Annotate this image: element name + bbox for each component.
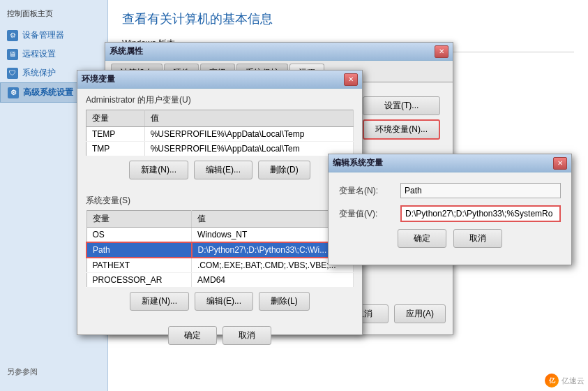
env-cancel-btn[interactable]: 取消 — [223, 326, 271, 345]
user-var-header-name: 变量 — [86, 110, 145, 127]
env-dialog-close-btn[interactable]: ✕ — [344, 73, 358, 86]
edit-dialog: 编辑系统变量 ✕ 变量名(N): 变量值(V): 确定 取消 — [328, 154, 572, 265]
edit-btns: 确定 取消 — [339, 229, 561, 248]
env-dialog: 环境变量 ✕ Administrator 的用户变量(U) 变量 值 TEMP … — [77, 70, 363, 335]
user-vars-buttons: 新建(N)... 编辑(E)... 删除(D) — [86, 156, 354, 184]
sys-props-apply-btn[interactable]: 应用(A) — [394, 304, 446, 323]
var-name-row: 变量名(N): — [339, 183, 561, 198]
watermark-logo: 亿 — [545, 374, 559, 388]
sidebar-item-device[interactable]: ⚙ 设备管理器 — [0, 26, 107, 45]
another-ref: 另参参阅 — [7, 367, 38, 377]
sys-new-btn[interactable]: 新建(N)... — [130, 292, 189, 311]
watermark: 亿 亿速云 — [545, 374, 585, 388]
var-name-input[interactable] — [400, 183, 561, 198]
edit-cancel-btn[interactable]: 取消 — [453, 229, 502, 248]
user-var-val-0: %USERPROFILE%\AppData\Local\Temp — [144, 127, 353, 142]
sys-edit-btn[interactable]: 编辑(E)... — [195, 292, 253, 311]
side-btn-group: 设置(T)... 环境变量(N)... — [363, 96, 440, 140]
env-dialog-titlebar: 环境变量 ✕ — [77, 71, 362, 89]
sys-props-titlebar: 系统属性 ✕ — [105, 43, 453, 61]
sys-vars-section: 系统变量(S) 变量 值 OS Windows_NT Path D:\Pytho… — [77, 189, 362, 320]
sys-props-close-btn[interactable]: ✕ — [435, 45, 448, 58]
table-row-selected[interactable]: Path D:\Python27\;D:\Python33\;C:\Wi... — [86, 242, 353, 258]
edit-dialog-close-btn[interactable]: ✕ — [553, 157, 567, 170]
var-value-row: 变量值(V): — [339, 205, 561, 222]
env-bottom-btns: 确定 取消 — [77, 326, 362, 345]
remote-icon: 🖥 — [7, 49, 18, 60]
user-del-btn[interactable]: 删除(D) — [258, 161, 310, 179]
env-vars-btn[interactable]: 环境变量(N)... — [363, 119, 440, 140]
sidebar-header: 控制面板主页 — [0, 6, 107, 22]
user-var-header-val: 值 — [144, 110, 353, 127]
table-row[interactable]: OS Windows_NT — [86, 228, 353, 243]
shield-icon: 🛡 — [7, 68, 18, 79]
watermark-text: 亿速云 — [561, 376, 585, 386]
env-ok-btn[interactable]: 确定 — [168, 326, 217, 345]
settings-btn[interactable]: 设置(T)... — [363, 96, 440, 115]
var-name-label: 变量名(N): — [339, 185, 395, 197]
advanced-icon: ⚙ — [8, 87, 19, 98]
edit-dialog-title: 编辑系统变量 — [333, 157, 553, 169]
sys-var-name-3: PROCESSOR_AR — [86, 273, 192, 288]
var-value-input[interactable] — [400, 205, 561, 222]
user-new-btn[interactable]: 新建(N)... — [129, 161, 188, 179]
device-icon: ⚙ — [7, 30, 18, 41]
table-row[interactable]: PATHEXT .COM;.EXE;.BAT;.CMD;.VBS;.VBE;..… — [86, 258, 353, 273]
user-vars-title: Administrator 的用户变量(U) — [86, 94, 354, 106]
edit-ok-btn[interactable]: 确定 — [398, 229, 446, 248]
sys-del-btn[interactable]: 删除(L) — [259, 292, 310, 311]
sys-var-name-2: PATHEXT — [86, 258, 192, 273]
sys-var-header-name: 变量 — [86, 211, 192, 228]
table-row[interactable]: TMP %USERPROFILE%\AppData\Local\Tem — [86, 142, 354, 156]
var-value-label: 变量值(V): — [339, 208, 395, 220]
sys-var-name-1: Path — [86, 242, 192, 258]
sys-vars-table: 变量 值 OS Windows_NT Path D:\Python27\;D:\… — [86, 210, 354, 288]
page-title: 查看有关计算机的基本信息 — [122, 10, 574, 27]
sidebar-item-remote[interactable]: 🖥 远程设置 — [0, 45, 107, 64]
sys-var-name-0: OS — [86, 228, 192, 243]
user-vars-table: 变量 值 TEMP %USERPROFILE%\AppData\Local\Te… — [86, 110, 354, 156]
user-var-name-0: TEMP — [86, 127, 145, 142]
user-vars-section: Administrator 的用户变量(U) 变量 值 TEMP %USERPR… — [77, 89, 362, 189]
sys-vars-title: 系统变量(S) — [86, 195, 354, 207]
edit-dialog-titlebar: 编辑系统变量 ✕ — [329, 154, 571, 172]
sys-vars-buttons: 新建(N)... 编辑(E)... 删除(L) — [86, 288, 354, 315]
sys-props-title: 系统属性 — [110, 45, 435, 57]
env-dialog-title: 环境变量 — [82, 73, 344, 85]
user-edit-btn[interactable]: 编辑(E)... — [194, 161, 252, 179]
table-row[interactable]: TEMP %USERPROFILE%\AppData\Local\Temp — [86, 127, 354, 142]
user-var-val-1: %USERPROFILE%\AppData\Local\Tem — [144, 142, 353, 156]
table-row[interactable]: PROCESSOR_AR AMD64 — [86, 273, 353, 288]
edit-form: 变量名(N): 变量值(V): 确定 取消 — [329, 172, 571, 258]
sys-var-val-3: AMD64 — [192, 273, 354, 288]
user-var-name-1: TMP — [86, 142, 145, 156]
